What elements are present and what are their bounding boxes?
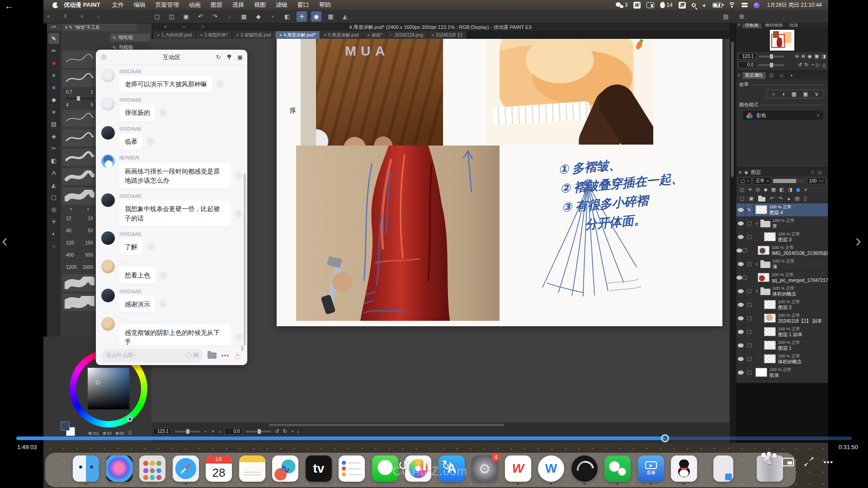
chat-input[interactable]: 说点什么吧~ 问 bbox=[101, 349, 203, 362]
menu-item-4[interactable]: 图层 bbox=[211, 1, 222, 9]
new-file-icon[interactable]: ▢ bbox=[152, 11, 162, 22]
chat-reaction-button[interactable]: ··· bbox=[159, 300, 167, 308]
rotate-value-box[interactable]: 0.0 bbox=[224, 428, 242, 435]
rotate-left-icon[interactable]: ↺ bbox=[275, 428, 279, 434]
layer-check-cell[interactable] bbox=[743, 271, 747, 284]
menu-app-name[interactable]: 优动漫 PAINT bbox=[64, 1, 100, 9]
rotate-right-icon[interactable]: ↻ bbox=[283, 428, 287, 434]
menu-item-9[interactable]: 帮助 bbox=[319, 1, 331, 9]
chat-refresh-icon[interactable]: ↻ bbox=[216, 54, 221, 61]
live-app-icon[interactable]: ▶直播 bbox=[638, 455, 664, 482]
menu-item-1[interactable]: 编辑 bbox=[134, 1, 146, 9]
layer-check-cell[interactable] bbox=[745, 339, 754, 352]
layer-checkbox[interactable] bbox=[747, 289, 751, 293]
nav-flip-icon[interactable]: ▷ bbox=[816, 62, 820, 68]
w-app-icon[interactable]: W bbox=[538, 455, 564, 482]
invert-select-icon[interactable]: ◆ bbox=[253, 11, 264, 22]
layer-row[interactable]: ∨100 % 正常厚 bbox=[736, 217, 828, 230]
wifi-icon[interactable] bbox=[728, 2, 736, 8]
navigator-rotate-value[interactable]: 0.0 bbox=[738, 61, 756, 68]
chat-scrollbar[interactable] bbox=[244, 174, 246, 345]
rotate-canvas-icon[interactable]: ◉ bbox=[311, 11, 321, 22]
settings-icon[interactable]: ⚙4 bbox=[472, 455, 498, 482]
layers-extra-icons[interactable]: ↺▤ bbox=[810, 170, 826, 175]
opacity-slider[interactable] bbox=[773, 179, 805, 183]
layer-visibility-cell[interactable] bbox=[736, 298, 745, 311]
effect-extract-icon[interactable]: ▣ bbox=[803, 91, 808, 97]
document-stack-icon[interactable] bbox=[713, 455, 733, 482]
brush-preview-mid-0[interactable] bbox=[62, 110, 97, 127]
hue-selector-dot[interactable] bbox=[127, 417, 132, 422]
like-button[interactable]: ☞ 2 bbox=[234, 350, 242, 361]
redo-icon[interactable]: ↷ bbox=[210, 11, 220, 22]
eyedropper-tool[interactable]: ◎ bbox=[48, 204, 59, 215]
menu-bar-clock[interactable]: 1月28日 周日 21:10:44 bbox=[767, 1, 822, 9]
layer-check-cell[interactable] bbox=[745, 217, 754, 230]
fit-screen-icon[interactable]: ▫ bbox=[219, 429, 221, 434]
open-file-icon[interactable]: ◫ bbox=[166, 11, 177, 22]
layer-visibility-cell[interactable] bbox=[736, 366, 745, 379]
blend-tool[interactable]: ◧ bbox=[48, 155, 59, 166]
timeline-handle[interactable] bbox=[661, 434, 669, 442]
forward-30-button[interactable]: ↻30 bbox=[441, 457, 457, 474]
layer-check-cell[interactable] bbox=[745, 230, 754, 244]
player-back-button[interactable]: ← bbox=[5, 1, 14, 11]
move-tool[interactable]: ✛ bbox=[48, 216, 59, 227]
eye-icon[interactable] bbox=[738, 289, 744, 293]
nav-full-icon[interactable]: ◨ bbox=[821, 53, 826, 59]
layer-row[interactable]: ✎100 % 正常图层 4 bbox=[736, 203, 828, 217]
chat-expand-icon[interactable]: ▣ bbox=[237, 54, 243, 61]
menu-item-5[interactable]: 选择 bbox=[232, 1, 244, 9]
chat-reaction-button[interactable]: ··· bbox=[146, 137, 155, 145]
chat-reaction-button[interactable]: ··· bbox=[235, 172, 243, 180]
decoration-tool[interactable]: ◆ bbox=[48, 94, 59, 105]
tab-props-4[interactable]: ◑ bbox=[787, 72, 795, 78]
nav-rotate-left-icon[interactable]: ↺ bbox=[798, 62, 802, 68]
eye-icon[interactable] bbox=[738, 343, 744, 347]
layer-visibility-cell[interactable] bbox=[736, 352, 745, 366]
rotate-slider[interactable] bbox=[246, 431, 271, 432]
eye-icon[interactable] bbox=[738, 357, 744, 361]
color-swatches[interactable] bbox=[61, 422, 77, 437]
view-mode-icon[interactable]: ◧ bbox=[282, 11, 292, 22]
brush-size-row-3[interactable]: 400500 bbox=[62, 250, 97, 260]
document-tab-7[interactable]: ●20240118【2 bbox=[428, 31, 467, 39]
frame-tool[interactable]: ▢ bbox=[48, 192, 59, 202]
eye-icon[interactable] bbox=[738, 262, 744, 266]
size-value[interactable]: 0.7 bbox=[66, 89, 72, 94]
select-area-icon[interactable]: ▩ bbox=[239, 11, 249, 22]
subtool-red[interactable]: ■ bbox=[48, 57, 59, 68]
eye-icon[interactable] bbox=[738, 235, 744, 239]
saturation-value-square[interactable] bbox=[88, 368, 129, 409]
brush-preview-bottom-1[interactable] bbox=[62, 294, 97, 311]
lock-alpha-icon[interactable]: ◎ bbox=[756, 187, 760, 192]
size-value[interactable]: 1 bbox=[90, 89, 93, 94]
layer-visibility-cell[interactable] bbox=[736, 258, 745, 271]
layer-check-cell[interactable] bbox=[745, 366, 754, 379]
chat-reaction-button[interactable]: ··· bbox=[159, 108, 167, 117]
eye-icon[interactable] bbox=[738, 330, 744, 334]
color-mode-dropdown[interactable]: 彩色 ∨ bbox=[743, 111, 823, 120]
reminders-icon[interactable] bbox=[339, 455, 365, 482]
apply-mask-icon[interactable]: ▤ bbox=[795, 196, 799, 202]
layer-checkbox[interactable] bbox=[747, 330, 751, 334]
nav-rotate-reset-icon[interactable]: ◔ bbox=[811, 62, 814, 68]
material-icon[interactable]: ◭ bbox=[340, 11, 350, 22]
video-timeline[interactable] bbox=[16, 436, 852, 440]
document-tab-1[interactable]: ●2.褶型列举* bbox=[196, 31, 232, 39]
mask-view-icon[interactable]: ◧ bbox=[779, 187, 784, 192]
navigator-rotate-slider[interactable] bbox=[759, 64, 784, 66]
layer-row[interactable]: 100 % 正常qq_pic_merged_17047217 bbox=[736, 271, 828, 285]
zoom-tool[interactable]: ○ bbox=[48, 240, 59, 251]
layer-row[interactable]: 100 % 正常图层 1 副本 bbox=[736, 325, 828, 339]
layer-check-cell[interactable] bbox=[745, 352, 754, 366]
siri-icon[interactable] bbox=[754, 2, 760, 8]
player-next-button[interactable]: › bbox=[855, 232, 861, 249]
navigator-view-rect[interactable] bbox=[771, 34, 785, 48]
screenshot-status-icon[interactable] bbox=[646, 2, 654, 8]
brush-preview-top-1[interactable] bbox=[62, 70, 97, 87]
delete-layer-icon[interactable]: ▯ bbox=[804, 196, 807, 202]
layer-checkbox[interactable] bbox=[747, 221, 751, 225]
eye-icon[interactable] bbox=[738, 316, 744, 320]
nav-reset-icon[interactable]: △ bbox=[822, 62, 826, 68]
